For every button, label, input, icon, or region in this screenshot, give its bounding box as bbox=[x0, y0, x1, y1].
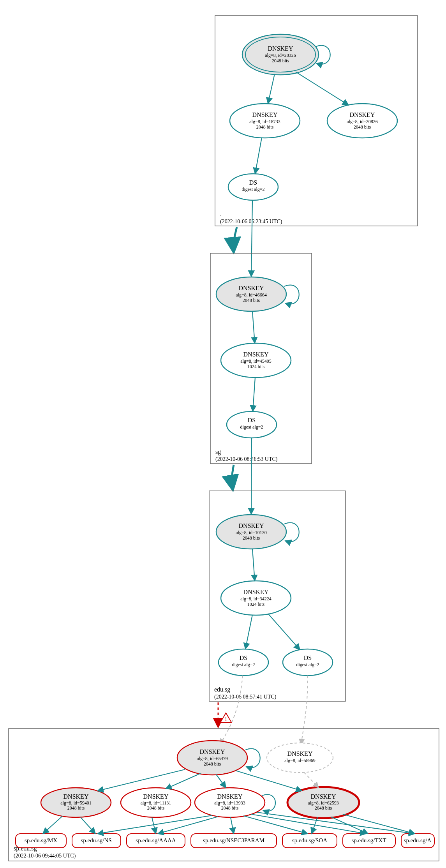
svg-text:alg=8, id=13933: alg=8, id=13933 bbox=[214, 800, 245, 806]
zone-root-ts: (2022-10-06 06:23:45 UTC) bbox=[220, 219, 282, 225]
svg-text:digest alg=2: digest alg=2 bbox=[296, 662, 319, 667]
svg-text:alg=8, id=10130: alg=8, id=10130 bbox=[236, 530, 267, 535]
svg-text:alg=8, id=18733: alg=8, id=18733 bbox=[249, 119, 280, 124]
svg-text:alg=8, id=59401: alg=8, id=59401 bbox=[60, 800, 92, 806]
svg-text:DNSKEY: DNSKEY bbox=[268, 45, 293, 52]
warning-icon: ! bbox=[220, 713, 231, 722]
zone-sg-ts: (2022-10-06 08:46:53 UTC) bbox=[215, 456, 278, 462]
svg-text:2048 bits: 2048 bits bbox=[67, 805, 85, 811]
rrset-row: sp.edu.sg/MX sp.edu.sg/NS sp.edu.sg/AAAA… bbox=[16, 834, 434, 848]
svg-text:DNSKEY: DNSKEY bbox=[239, 285, 264, 291]
svg-text:alg=8, id=62593: alg=8, id=62593 bbox=[308, 800, 339, 806]
svg-text:alg=8, id=65479: alg=8, id=65479 bbox=[197, 756, 228, 761]
node-edu-zsk: DNSKEY alg=8, id=34224 1024 bits bbox=[221, 581, 291, 615]
svg-text:alg=8, id=20326: alg=8, id=20326 bbox=[265, 53, 296, 58]
svg-text:1024 bits: 1024 bits bbox=[247, 602, 265, 607]
svg-text:alg=8, id=34224: alg=8, id=34224 bbox=[240, 596, 271, 602]
svg-text:2048 bits: 2048 bits bbox=[315, 805, 332, 811]
svg-text:digest alg=2: digest alg=2 bbox=[240, 424, 263, 430]
node-sg-ksk: DNSKEY alg=8, id=46664 2048 bits bbox=[216, 277, 286, 311]
zone-edusg: edu.sg (2022-10-06 08:57:41 UTC) DNSKEY … bbox=[209, 491, 346, 701]
svg-text:sp.edu.sg/NS: sp.edu.sg/NS bbox=[81, 837, 111, 843]
node-sg-ds: DS digest alg=2 bbox=[227, 411, 277, 438]
svg-text:alg=8, id=46664: alg=8, id=46664 bbox=[236, 292, 267, 298]
svg-text:sp.edu.sg/AAAA: sp.edu.sg/AAAA bbox=[136, 837, 176, 843]
svg-text:DNSKEY: DNSKEY bbox=[311, 793, 336, 800]
node-sg-zsk: DNSKEY alg=8, id=45405 1024 bits bbox=[221, 343, 291, 378]
svg-text:DNSKEY: DNSKEY bbox=[143, 793, 169, 800]
svg-text:2048 bits: 2048 bits bbox=[256, 124, 274, 130]
svg-text:sp.edu.sg/A: sp.edu.sg/A bbox=[404, 837, 432, 843]
svg-text:DS: DS bbox=[249, 179, 257, 186]
zone-sg-name: sg bbox=[215, 448, 221, 455]
svg-text:DNSKEY: DNSKEY bbox=[217, 793, 243, 800]
node-edu-ksk: DNSKEY alg=8, id=10130 2048 bits bbox=[216, 515, 286, 549]
node-edu-ds1: DS digest alg=2 bbox=[219, 649, 268, 676]
svg-text:DNSKEY: DNSKEY bbox=[252, 111, 278, 118]
zone-sg: sg (2022-10-06 08:46:53 UTC) DNSKEY alg=… bbox=[210, 253, 312, 464]
svg-text:DS: DS bbox=[240, 655, 247, 661]
delegation-arrow-icon bbox=[232, 465, 234, 490]
svg-text:2048 bits: 2048 bits bbox=[354, 124, 371, 130]
node-edu-ds2: DS digest alg=2 bbox=[283, 649, 333, 676]
delegation-arrow-icon bbox=[233, 227, 237, 253]
svg-text:2048 bits: 2048 bits bbox=[272, 58, 289, 64]
svg-text:alg=8, id=11131: alg=8, id=11131 bbox=[141, 800, 171, 806]
svg-text:2048 bits: 2048 bits bbox=[221, 805, 239, 811]
node-sp-k2: DNSKEY alg=8, id=11131 2048 bits bbox=[121, 788, 191, 817]
svg-text:digest alg=2: digest alg=2 bbox=[232, 662, 255, 667]
node-root-zsk1: DNSKEY alg=8, id=18733 2048 bits bbox=[230, 104, 300, 138]
svg-text:sp.edu.sg/NSEC3PARAM: sp.edu.sg/NSEC3PARAM bbox=[203, 837, 264, 843]
node-root-ksk: DNSKEY alg=8, id=20326 2048 bits bbox=[242, 34, 319, 75]
node-sp-k3: DNSKEY alg=8, id=13933 2048 bits bbox=[195, 788, 265, 817]
dnssec-chain-diagram: . (2022-10-06 06:23:45 UTC) DNSKEY alg=8… bbox=[0, 0, 446, 868]
node-root-zsk2: DNSKEY alg=8, id=20826 2048 bits bbox=[327, 104, 397, 138]
zone-edusg-name: edu.sg bbox=[214, 686, 230, 693]
node-sp-k4: DNSKEY alg=8, id=62593 2048 bits bbox=[287, 787, 359, 818]
svg-text:alg=8, id=20826: alg=8, id=20826 bbox=[347, 119, 378, 124]
svg-text:2048 bits: 2048 bits bbox=[147, 805, 165, 811]
svg-text:1024 bits: 1024 bits bbox=[247, 364, 265, 369]
node-sp-ksk: DNSKEY alg=8, id=65479 2048 bits bbox=[177, 741, 247, 775]
svg-text:DNSKEY: DNSKEY bbox=[200, 748, 225, 755]
zone-edusg-ts: (2022-10-06 08:57:41 UTC) bbox=[214, 694, 277, 700]
svg-text:DNSKEY: DNSKEY bbox=[239, 522, 264, 529]
svg-text:DS: DS bbox=[248, 417, 256, 423]
svg-text:DNSKEY: DNSKEY bbox=[287, 750, 313, 757]
svg-text:DS: DS bbox=[304, 655, 312, 661]
node-sp-ghost: DNSKEY alg=8, id=58969 bbox=[267, 743, 333, 773]
svg-text:!: ! bbox=[225, 716, 227, 722]
zone-root: . (2022-10-06 06:23:45 UTC) DNSKEY alg=8… bbox=[215, 16, 418, 226]
svg-text:sp.edu.sg/SOA: sp.edu.sg/SOA bbox=[292, 837, 327, 843]
svg-text:alg=8, id=58969: alg=8, id=58969 bbox=[284, 758, 316, 763]
svg-text:2048 bits: 2048 bits bbox=[204, 761, 221, 767]
svg-text:DNSKEY: DNSKEY bbox=[243, 351, 269, 358]
svg-text:2048 bits: 2048 bits bbox=[243, 535, 260, 541]
svg-text:sp.edu.sg/MX: sp.edu.sg/MX bbox=[25, 837, 57, 843]
svg-text:alg=8, id=45405: alg=8, id=45405 bbox=[240, 358, 271, 364]
zone-root-name: . bbox=[220, 211, 222, 217]
zone-spedusg: sp.edu.sg (2022-10-06 09:44:05 UTC) DNSK… bbox=[9, 729, 439, 861]
svg-text:2048 bits: 2048 bits bbox=[243, 298, 260, 303]
zone-spedusg-ts: (2022-10-06 09:44:05 UTC) bbox=[14, 853, 76, 859]
svg-text:DNSKEY: DNSKEY bbox=[63, 793, 89, 800]
node-root-ds: DS digest alg=2 bbox=[228, 174, 278, 200]
node-sp-k1: DNSKEY alg=8, id=59401 2048 bits bbox=[41, 788, 111, 817]
svg-text:sp.edu.sg/TXT: sp.edu.sg/TXT bbox=[351, 837, 386, 843]
svg-text:digest alg=2: digest alg=2 bbox=[242, 187, 264, 192]
svg-text:DNSKEY: DNSKEY bbox=[350, 111, 375, 118]
svg-text:DNSKEY: DNSKEY bbox=[243, 589, 269, 595]
